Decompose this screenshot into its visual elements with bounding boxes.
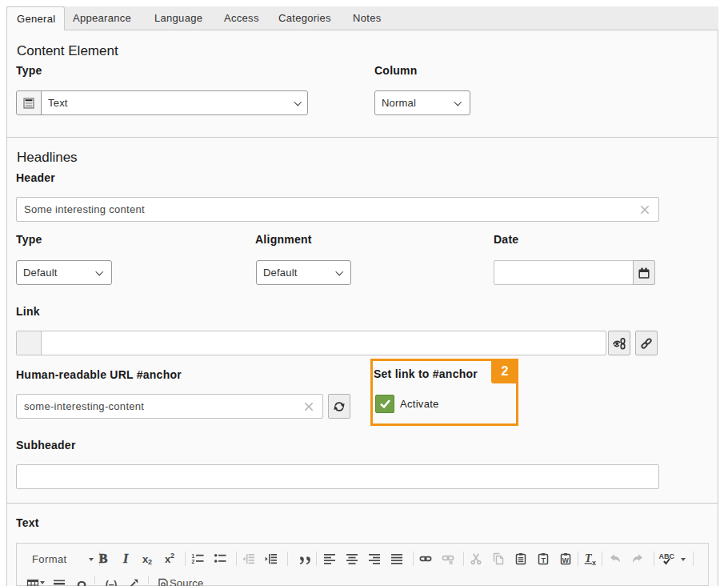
svg-text:T: T — [542, 556, 546, 564]
svg-text:x: x — [592, 559, 596, 566]
svg-text:ABC: ABC — [659, 552, 675, 560]
svg-text:2: 2 — [192, 559, 195, 564]
svg-text:W: W — [562, 556, 570, 564]
svg-text:1: 1 — [192, 553, 195, 559]
